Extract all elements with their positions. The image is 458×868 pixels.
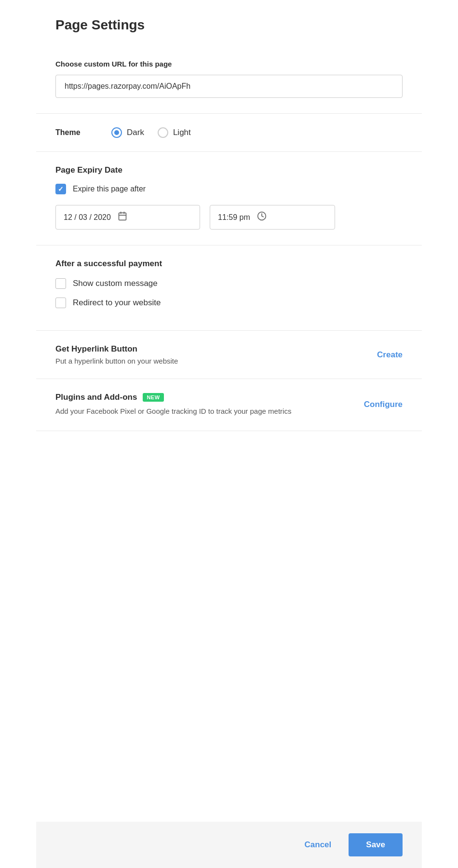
time-input[interactable]: 11:59 pm (210, 205, 335, 230)
show-message-option[interactable]: Show custom message (55, 278, 403, 289)
create-link-button[interactable]: Create (377, 350, 403, 360)
expiry-checkbox-row: Expire this page after (55, 184, 403, 194)
theme-dark-label: Dark (127, 128, 144, 137)
expiry-checkbox-label: Expire this page after (73, 185, 146, 193)
expiry-section: Page Expiry Date Expire this page after … (36, 152, 422, 245)
payment-section: After a successful payment Show custom m… (36, 245, 422, 331)
configure-link-button[interactable]: Configure (364, 400, 403, 409)
new-badge: NEW (143, 393, 163, 402)
plugins-text: Plugins and Add-ons NEW Add your Faceboo… (55, 393, 354, 417)
url-section: Choose custom URL for this page https://… (36, 44, 422, 114)
hyperlink-section: Get Hyperlink Button Put a hyperlink but… (36, 331, 422, 379)
hyperlink-text: Get Hyperlink Button Put a hyperlink but… (55, 344, 367, 365)
hyperlink-title: Get Hyperlink Button (55, 344, 367, 354)
show-message-checkbox[interactable] (55, 278, 66, 289)
url-plain-part: https://pages.razorpay.com/ (65, 82, 159, 90)
theme-dark-radio[interactable] (111, 127, 122, 138)
theme-section: Theme Dark Light (36, 114, 422, 152)
theme-light-radio[interactable] (158, 127, 168, 138)
date-input[interactable]: 12 / 03 / 2020 (55, 205, 200, 230)
theme-light-label: Light (173, 128, 191, 137)
plugins-desc: Add your Facebook Pixel or Google tracki… (55, 406, 354, 417)
expiry-title: Page Expiry Date (55, 165, 403, 175)
plugins-title: Plugins and Add-ons (55, 393, 137, 402)
theme-radio-group: Dark Light (111, 127, 191, 138)
footer-bar: Cancel Save (36, 822, 422, 868)
payment-title: After a successful payment (55, 259, 403, 269)
plugins-section: Plugins and Add-ons NEW Add your Faceboo… (36, 379, 422, 431)
date-time-row: 12 / 03 / 2020 11:59 pm (55, 205, 403, 230)
theme-dark-option[interactable]: Dark (111, 127, 144, 138)
show-message-label: Show custom message (73, 279, 158, 288)
url-section-label: Choose custom URL for this page (55, 60, 403, 68)
calendar-icon (118, 211, 127, 223)
page-header: Page Settings (36, 0, 422, 44)
expiry-checkbox[interactable] (55, 184, 66, 194)
redirect-label: Redirect to your website (73, 298, 161, 308)
hyperlink-desc: Put a hyperlink button on your website (55, 357, 367, 365)
clock-icon (257, 211, 267, 223)
save-button[interactable]: Save (349, 833, 403, 856)
svg-rect-0 (119, 213, 126, 220)
date-value: 12 / 03 / 2020 (64, 213, 111, 222)
redirect-option[interactable]: Redirect to your website (55, 298, 403, 308)
url-input-wrapper[interactable]: https://pages.razorpay.com/AiOApFh (55, 75, 403, 98)
url-display: https://pages.razorpay.com/AiOApFh (65, 82, 190, 90)
plugins-title-row: Plugins and Add-ons NEW (55, 393, 354, 402)
time-value: 11:59 pm (218, 213, 250, 222)
cancel-button[interactable]: Cancel (295, 834, 341, 855)
url-bold-part: AiOApFh (159, 82, 190, 90)
page-title: Page Settings (55, 17, 403, 33)
redirect-checkbox[interactable] (55, 298, 66, 308)
theme-label: Theme (55, 128, 94, 137)
theme-light-option[interactable]: Light (158, 127, 191, 138)
